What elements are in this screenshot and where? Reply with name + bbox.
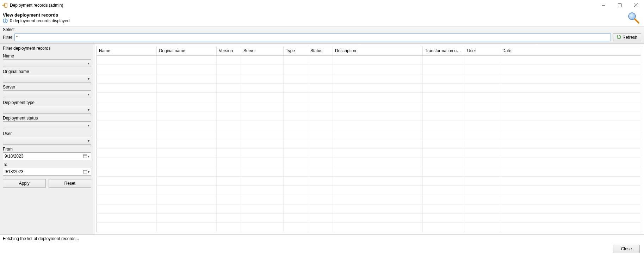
column-header[interactable]: Date <box>500 46 641 56</box>
table-row[interactable] <box>97 139 641 148</box>
minimize-button[interactable] <box>595 0 612 11</box>
table-cell <box>465 111 500 121</box>
table-row[interactable] <box>97 223 641 232</box>
table-cell <box>217 84 241 93</box>
table-cell <box>241 167 284 176</box>
table-cell <box>465 158 500 167</box>
column-header[interactable]: Server <box>241 46 284 56</box>
name-label: Name <box>3 54 91 59</box>
maximize-button[interactable] <box>612 0 628 11</box>
table-cell <box>284 195 308 204</box>
table-cell <box>97 74 157 83</box>
table-cell <box>308 65 333 74</box>
table-cell <box>217 65 241 74</box>
column-header[interactable]: User <box>465 46 500 56</box>
chevron-down-icon: ▾ <box>88 92 89 96</box>
deployment-status-combo[interactable]: ▾ <box>3 121 91 129</box>
table-cell <box>333 130 423 139</box>
apply-button-label: Apply <box>19 181 30 186</box>
table-cell <box>333 56 423 65</box>
table-row[interactable] <box>97 102 641 111</box>
close-window-button[interactable] <box>628 0 644 11</box>
deployment-type-combo[interactable]: ▾ <box>3 106 91 114</box>
deployment-status-label: Deployment status <box>3 116 91 121</box>
table-cell <box>465 204 500 213</box>
table-cell <box>423 102 465 111</box>
server-label: Server <box>3 85 91 90</box>
table-row[interactable] <box>97 148 641 158</box>
svg-rect-9 <box>83 170 87 171</box>
table-cell <box>500 111 641 121</box>
table-row[interactable] <box>97 186 641 195</box>
original-name-combo[interactable]: ▾ <box>3 75 91 82</box>
column-header[interactable]: Original name <box>157 46 217 56</box>
column-header[interactable]: Description <box>333 46 423 56</box>
table-row[interactable] <box>97 167 641 176</box>
table-cell <box>333 139 423 148</box>
table-cell <box>423 65 465 74</box>
table-cell <box>241 223 284 232</box>
table-row[interactable] <box>97 84 641 93</box>
table-cell <box>465 74 500 83</box>
table-cell <box>423 186 465 195</box>
server-combo[interactable]: ▾ <box>3 90 91 98</box>
refresh-icon <box>617 35 621 40</box>
table-cell <box>157 139 217 148</box>
table-row[interactable] <box>97 158 641 167</box>
reset-button[interactable]: Reset <box>49 179 92 188</box>
status-text: Fetching the list of deployment records.… <box>0 234 644 243</box>
table-cell <box>97 167 157 176</box>
user-combo[interactable]: ▾ <box>3 137 91 145</box>
table-row[interactable] <box>97 195 641 204</box>
apply-button[interactable]: Apply <box>3 179 46 188</box>
table-row[interactable] <box>97 65 641 74</box>
name-combo[interactable]: ▾ <box>3 59 91 67</box>
table-cell <box>284 158 308 167</box>
table-cell <box>97 176 157 185</box>
filter-input[interactable] <box>14 33 611 41</box>
from-date-value: 9/18/2023 <box>5 154 23 159</box>
table-row[interactable] <box>97 214 641 223</box>
table-cell <box>333 93 423 102</box>
table-cell <box>500 74 641 83</box>
table-cell <box>217 93 241 102</box>
table-cell <box>157 93 217 102</box>
table-cell <box>241 102 284 111</box>
column-header[interactable]: Status <box>308 46 333 56</box>
table-cell <box>465 223 500 232</box>
table-row[interactable] <box>97 74 641 83</box>
table-cell <box>500 195 641 204</box>
table-cell <box>284 84 308 93</box>
filter-bar: Select Filter Refresh <box>0 26 644 44</box>
original-name-label: Original name <box>3 69 91 74</box>
column-header[interactable]: Type <box>284 46 308 56</box>
close-button[interactable]: Close <box>613 245 640 253</box>
table-row[interactable] <box>97 176 641 185</box>
results-table[interactable]: Name Original name Version Server Type S… <box>97 46 641 232</box>
table-row[interactable] <box>97 56 641 65</box>
table-cell <box>465 167 500 176</box>
column-header[interactable]: Name <box>97 46 157 56</box>
column-header[interactable]: Transformation used? <box>423 46 465 56</box>
table-row[interactable] <box>97 204 641 213</box>
to-date-input[interactable]: 9/18/2023 ▾ <box>3 168 91 176</box>
table-row[interactable] <box>97 111 641 121</box>
refresh-button[interactable]: Refresh <box>613 33 641 41</box>
table-cell <box>423 93 465 102</box>
table-cell <box>217 195 241 204</box>
table-cell <box>241 195 284 204</box>
svg-point-3 <box>5 19 6 20</box>
table-cell <box>157 158 217 167</box>
table-cell <box>241 214 284 223</box>
table-cell <box>500 223 641 232</box>
table-cell <box>97 93 157 102</box>
from-date-input[interactable]: 9/18/2023 ▾ <box>3 152 91 160</box>
table-cell <box>465 214 500 223</box>
table-cell <box>465 139 500 148</box>
table-row[interactable] <box>97 93 641 102</box>
table-cell <box>97 121 157 130</box>
table-row[interactable] <box>97 121 641 130</box>
table-cell <box>465 121 500 130</box>
table-row[interactable] <box>97 130 641 139</box>
column-header[interactable]: Version <box>217 46 241 56</box>
